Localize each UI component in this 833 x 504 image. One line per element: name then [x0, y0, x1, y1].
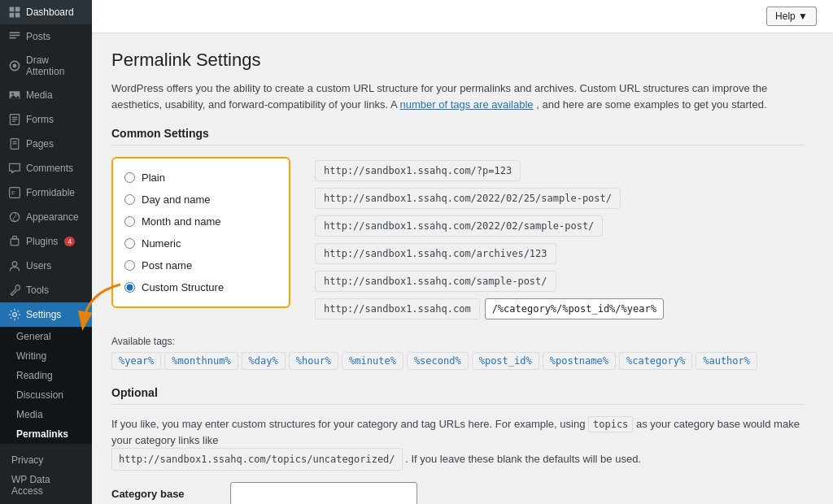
url-prefix-custom: http://sandbox1.ssahq.com — [315, 298, 480, 319]
radio-post-name: Post name — [124, 254, 277, 276]
tag-monthnum[interactable]: %monthnum% — [164, 352, 238, 370]
dashboard-icon — [8, 6, 21, 19]
submenu-writing[interactable]: Writing — [0, 346, 92, 366]
sidebar-item-plugins[interactable]: Plugins 4 — [0, 229, 92, 254]
url-text-numeric: http://sandbox1.ssahq.com/archives/123 — [315, 243, 556, 264]
radio-label-custom[interactable]: Custom Structure — [142, 281, 224, 293]
radio-input-post-name[interactable] — [124, 260, 135, 271]
tag-minute[interactable]: %minute% — [342, 352, 403, 370]
tag-hour[interactable]: %hour% — [289, 352, 338, 370]
sidebar-item-draw-attention[interactable]: Draw Attention — [0, 49, 92, 83]
svg-point-10 — [11, 93, 13, 94]
sidebar-label-users: Users — [26, 260, 51, 272]
category-base-row: Category base — [111, 482, 805, 504]
help-button[interactable]: Help ▼ — [766, 7, 817, 26]
posts-icon — [8, 30, 21, 43]
sidebar-label-settings: Settings — [26, 309, 61, 320]
content-area: Permalink Settings WordPress offers you … — [92, 33, 824, 504]
sidebar-label-tools: Tools — [26, 285, 49, 296]
tools-icon — [8, 284, 21, 297]
submenu-media[interactable]: Media — [0, 405, 92, 424]
svg-rect-4 — [10, 32, 20, 33]
url-text-post-name: http://sandbox1.ssahq.com/sample-post/ — [315, 271, 556, 292]
submenu-privacy[interactable]: Privacy — [0, 450, 92, 470]
submenu-redux[interactable]: Redux — [0, 501, 92, 504]
tag-postname[interactable]: %postname% — [543, 352, 616, 370]
sidebar-item-settings[interactable]: Settings — [0, 302, 92, 327]
sidebar-item-tools[interactable]: Tools — [0, 278, 92, 302]
sidebar-item-formidable[interactable]: F Formidable — [0, 180, 92, 205]
formidable-icon: F — [8, 186, 21, 199]
sidebar-item-pages[interactable]: Pages — [0, 132, 92, 156]
radio-label-month-name[interactable]: Month and name — [142, 215, 221, 228]
description-text2: , and here are some examples to get you … — [536, 98, 766, 111]
draw-attention-icon — [8, 59, 21, 72]
svg-rect-18 — [13, 143, 17, 144]
url-text-plain: http://sandbox1.ssahq.com/?p=123 — [315, 160, 521, 181]
tag-category[interactable]: %category% — [619, 352, 692, 370]
sidebar-item-forms[interactable]: Forms — [0, 107, 92, 132]
sidebar-item-posts[interactable]: Posts — [0, 24, 92, 49]
submenu-reading[interactable]: Reading — [0, 366, 92, 385]
sidebar-item-comments[interactable]: Comments — [0, 156, 92, 180]
comments-icon — [8, 162, 21, 175]
custom-url-input[interactable] — [485, 298, 664, 319]
radio-plain: Plain — [124, 167, 277, 189]
available-tags-section: Available tags: %year% %monthnum% %day% … — [111, 336, 805, 370]
submenu-general[interactable]: General — [0, 327, 92, 346]
radio-day-name: Day and name — [124, 189, 277, 211]
url-text-month-name: http://sandbox1.ssahq.com/2022/02/sample… — [315, 215, 603, 237]
optional-title: Optional — [111, 386, 805, 405]
main-area: Help ▼ Permalink Settings WordPress offe… — [92, 0, 833, 504]
tag-author[interactable]: %author% — [696, 352, 757, 370]
sidebar-label-posts: Posts — [26, 31, 50, 42]
sidebar-label-plugins: Plugins — [26, 236, 58, 247]
category-base-input[interactable] — [230, 482, 417, 504]
media-icon — [8, 89, 21, 102]
svg-rect-13 — [12, 117, 17, 118]
radio-input-numeric[interactable] — [124, 238, 135, 249]
sidebar-item-media[interactable]: Media — [0, 83, 92, 107]
permalink-radio-group: Plain Day and name Month and name Numeri… — [111, 157, 290, 308]
sidebar-item-dashboard[interactable]: Dashboard — [0, 0, 92, 24]
submenu-discussion[interactable]: Discussion — [0, 385, 92, 405]
tag-year[interactable]: %year% — [111, 352, 161, 370]
sidebar: Dashboard Posts Draw Attention Media For… — [0, 0, 92, 504]
url-text-day-name: http://sandbox1.ssahq.com/2022/02/25/sam… — [315, 188, 621, 209]
url-examples-column: http://sandbox1.ssahq.com/?p=123 http://… — [315, 157, 664, 323]
radio-label-post-name[interactable]: Post name — [142, 259, 192, 272]
optional-text3: . If you leave these blank the defaults … — [405, 453, 641, 465]
radio-label-plain[interactable]: Plain — [142, 172, 165, 184]
sidebar-item-appearance[interactable]: Appearance — [0, 205, 92, 229]
svg-rect-6 — [10, 37, 16, 39]
category-base-label: Category base — [111, 488, 217, 500]
svg-point-24 — [12, 262, 17, 267]
radio-input-plain[interactable] — [124, 172, 135, 183]
svg-rect-15 — [12, 121, 15, 122]
sidebar-item-users[interactable]: Users — [0, 254, 92, 278]
radio-input-month-name[interactable] — [124, 216, 135, 227]
available-tags-label: Available tags: — [111, 336, 805, 347]
radio-input-custom[interactable] — [124, 282, 135, 293]
tag-post-id[interactable]: %post_id% — [472, 352, 539, 370]
tag-day[interactable]: %day% — [242, 352, 286, 370]
submenu-wp-data-access[interactable]: WP Data Access — [0, 470, 92, 501]
radio-numeric: Numeric — [124, 232, 277, 254]
optional-description: If you like, you may enter custom struct… — [111, 416, 805, 471]
topbar: Help ▼ — [92, 0, 833, 33]
svg-rect-3 — [15, 13, 20, 18]
tag-second[interactable]: %second% — [407, 352, 469, 370]
radio-label-day-name[interactable]: Day and name — [142, 193, 211, 206]
sidebar-label-draw-attention: Draw Attention — [26, 54, 84, 77]
url-example-post-name: http://sandbox1.ssahq.com/sample-post/ — [315, 267, 664, 295]
forms-icon — [8, 113, 21, 126]
radio-label-numeric[interactable]: Numeric — [142, 237, 181, 250]
description-link[interactable]: number of tags are available — [400, 98, 534, 111]
plugins-icon — [8, 235, 21, 248]
submenu-permalinks[interactable]: Permalinks — [0, 424, 92, 444]
sidebar-label-formidable: Formidable — [26, 187, 75, 198]
sidebar-label-pages: Pages — [26, 138, 54, 150]
tags-list: %year% %monthnum% %day% %hour% %minute% … — [111, 352, 805, 370]
svg-rect-2 — [10, 13, 15, 18]
radio-input-day-name[interactable] — [124, 194, 135, 205]
